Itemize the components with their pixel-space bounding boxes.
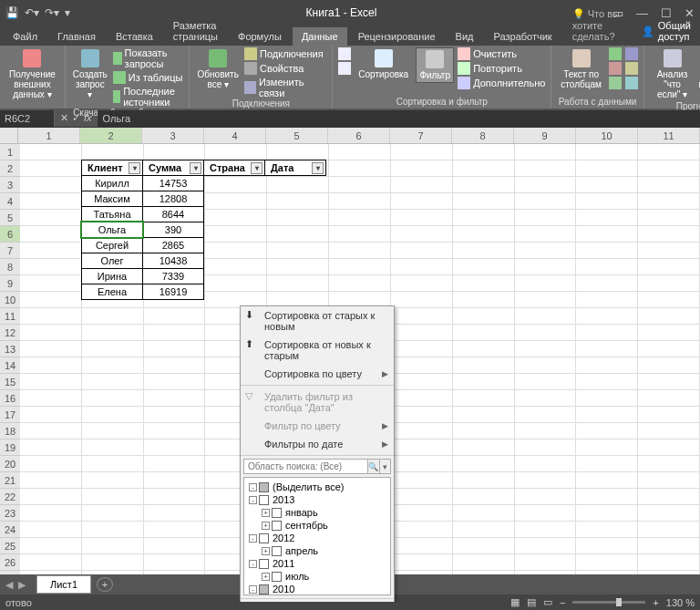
row-header[interactable]: 25 (0, 538, 20, 554)
view-pagebreak-icon[interactable]: ▭ (543, 596, 552, 608)
tree-expand-icon[interactable]: + (262, 509, 270, 517)
tree-node[interactable]: +январь (247, 506, 387, 519)
manage-button[interactable] (625, 77, 638, 89)
tree-expand-icon[interactable]: - (249, 560, 257, 568)
row-header[interactable]: 17 (0, 407, 20, 423)
remove-dup-button[interactable] (609, 62, 622, 75)
tree-expand-icon[interactable]: + (262, 522, 270, 530)
filter-button[interactable]: Фильтр (416, 47, 454, 83)
zoom-slider[interactable] (572, 601, 645, 604)
row-header[interactable]: 26 (0, 554, 20, 571)
tree-node[interactable]: +июль (247, 570, 387, 583)
relationships-button[interactable] (625, 62, 638, 75)
row-header[interactable]: 24 (0, 522, 20, 538)
filter-search-input[interactable] (243, 459, 368, 474)
table-cell[interactable]: Татьяна (81, 206, 143, 222)
tree-node[interactable]: -2011 (247, 557, 387, 570)
zoom-level[interactable]: 130 % (666, 597, 695, 608)
new-sheet-button[interactable]: + (97, 577, 113, 592)
table-cell[interactable]: Максим (81, 191, 143, 207)
from-table-button[interactable]: Из таблицы (113, 71, 184, 84)
column-header[interactable]: 8 (452, 128, 514, 143)
column-header[interactable]: 1 (18, 128, 80, 143)
tree-node[interactable]: -2010 (247, 583, 387, 595)
tab-formulas[interactable]: Формулы (229, 27, 291, 46)
row-header[interactable]: 20 (0, 456, 20, 472)
data-validation-button[interactable] (609, 77, 622, 89)
row-header[interactable]: 1 (0, 144, 20, 160)
select-all-corner[interactable] (0, 128, 18, 143)
row-header[interactable]: 21 (0, 472, 20, 489)
row-header[interactable]: 5 (0, 210, 20, 226)
tab-developer[interactable]: Разработчик (485, 27, 561, 46)
table-header[interactable]: Страна▾ (203, 160, 265, 176)
row-header[interactable]: 4 (0, 193, 20, 210)
row-header[interactable]: 6 (0, 226, 20, 243)
table-header[interactable]: Сумма▾ (142, 160, 204, 176)
refresh-all-button[interactable]: Обновить все ▾ (195, 47, 241, 91)
tree-node[interactable]: +апрель (247, 544, 387, 557)
row-header[interactable]: 3 (0, 177, 20, 193)
column-header[interactable]: 3 (142, 128, 204, 143)
whatif-button[interactable]: Анализ "что если" ▾ (650, 47, 695, 101)
filter-dropdown-icon[interactable]: ▾ (190, 162, 201, 174)
sort-by-color[interactable]: Сортировка по цвету▶ (241, 365, 394, 383)
sort-button[interactable]: Сортировка (355, 47, 412, 81)
tree-expand-icon[interactable]: - (249, 585, 257, 594)
row-header[interactable]: 12 (0, 325, 20, 341)
tab-view[interactable]: Вид (447, 27, 483, 46)
tab-review[interactable]: Рецензирование (349, 27, 445, 46)
text-to-columns-button[interactable]: Текст по столбцам (557, 47, 605, 91)
cancel-formula-icon[interactable]: ✕ (60, 112, 68, 124)
table-cell[interactable]: Сергей (81, 237, 143, 253)
column-header[interactable]: 7 (390, 128, 452, 143)
edit-links-button[interactable]: Изменить связи (244, 77, 326, 98)
tree-checkbox[interactable] (272, 521, 282, 531)
table-cell[interactable]: Ольга (81, 222, 143, 238)
row-header[interactable]: 14 (0, 357, 20, 374)
sort-az-button[interactable] (338, 47, 351, 60)
tree-node[interactable]: -(Выделить все) (247, 481, 387, 493)
formula-bar[interactable]: Ольга (98, 110, 700, 127)
tree-checkbox[interactable] (259, 533, 269, 543)
tree-expand-icon[interactable]: + (262, 547, 270, 555)
column-header[interactable]: 10 (576, 128, 638, 143)
get-external-data-button[interactable]: Получение внешних данных ▾ (5, 47, 59, 101)
filter-values-tree[interactable]: -(Выделить все)-2013+январь+сентябрь-201… (243, 477, 391, 595)
connections-button[interactable]: Подключения (244, 47, 326, 60)
sheet-nav-prev-icon[interactable]: ◀ (5, 579, 13, 591)
share-button[interactable]: 👤Общий доступ (633, 16, 700, 46)
date-filters[interactable]: Фильтры по дате▶ (241, 435, 394, 453)
table-cell[interactable]: Олег (81, 253, 143, 269)
tree-checkbox[interactable] (259, 584, 269, 594)
worksheet-grid[interactable]: 1234567891011 12345678910111213141516171… (0, 128, 700, 602)
properties-button[interactable]: Свойства (244, 62, 326, 75)
table-cell[interactable]: Кирилл (81, 175, 143, 191)
row-header[interactable]: 23 (0, 505, 20, 522)
row-header[interactable]: 8 (0, 259, 20, 275)
tree-checkbox[interactable] (272, 572, 282, 582)
tab-insert[interactable]: Вставка (107, 27, 162, 46)
row-header[interactable]: 13 (0, 341, 20, 357)
tree-expand-icon[interactable]: + (262, 573, 270, 581)
table-cell[interactable]: 8644 (142, 206, 204, 222)
flash-fill-button[interactable] (609, 47, 622, 60)
table-header[interactable]: Дата▾ (264, 160, 326, 176)
sort-newest-oldest[interactable]: ⬆Сортировка от новых к старым (241, 336, 394, 365)
row-header[interactable]: 19 (0, 439, 20, 456)
table-cell[interactable]: 10438 (142, 253, 204, 269)
table-cell[interactable]: 390 (142, 222, 204, 238)
tree-expand-icon[interactable]: - (249, 534, 257, 543)
sort-za-button[interactable] (338, 62, 351, 75)
consolidate-button[interactable] (625, 47, 638, 60)
search-icon[interactable]: 🔍 (368, 459, 380, 474)
confirm-formula-icon[interactable]: ✓ (72, 112, 80, 124)
sheet-nav-next-icon[interactable]: ▶ (18, 579, 26, 591)
save-icon[interactable]: 💾 (5, 6, 19, 19)
column-header[interactable]: 5 (266, 128, 328, 143)
tree-node[interactable]: -2013 (247, 493, 387, 506)
table-cell[interactable]: Елена (81, 284, 143, 300)
filter-dropdown-icon[interactable]: ▾ (129, 162, 140, 174)
zoom-out-icon[interactable]: − (560, 597, 565, 608)
new-query-button[interactable]: Создать запрос ▾ (71, 47, 109, 101)
